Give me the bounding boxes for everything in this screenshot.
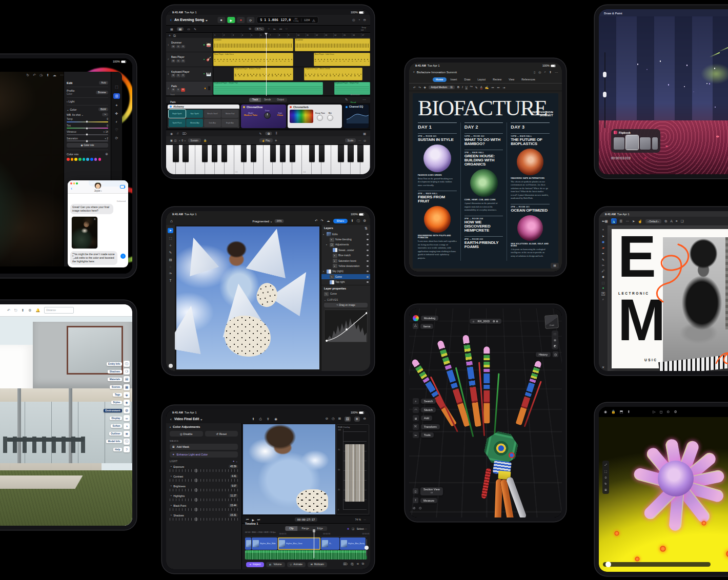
tool-icon[interactable]: ⌕ <box>413 398 419 404</box>
panel-icon[interactable]: ❍ <box>124 368 130 375</box>
cloud-icon[interactable]: ☁ <box>53 73 56 77</box>
tab-review[interactable]: Review <box>490 77 504 82</box>
layer-row[interactable]: ▾Edits <box>321 232 370 237</box>
history-icon[interactable]: ◷ <box>553 351 558 357</box>
volume-button[interactable]: 🔉Volume <box>266 562 285 567</box>
play-icon[interactable]: ▶ <box>252 518 254 522</box>
cycle-button[interactable]: ⟳ <box>247 17 254 23</box>
overwrite-icon[interactable]: ❏ <box>352 527 354 530</box>
track-r-button[interactable]: R <box>181 45 185 49</box>
layer-row[interactable]: ▾❏Adjustments <box>321 242 370 247</box>
grid-icon[interactable]: ⊞ <box>604 488 607 491</box>
render-target-icon[interactable]: ◉ <box>604 410 607 414</box>
wb-value[interactable]: As shot <box>72 113 81 116</box>
cursor-tool[interactable]: ➤ <box>632 219 635 223</box>
panel-label[interactable]: Tags <box>113 393 122 397</box>
region[interactable]: Bass Player - Indie Disco <box>314 53 370 66</box>
slider-exposure[interactable]: ◔Exposure45.59 <box>170 465 238 472</box>
piano-keyboard[interactable]: C2C3C4 <box>166 144 370 174</box>
track-m-button[interactable]: M <box>171 59 175 63</box>
color-mix-dot[interactable] <box>98 158 102 161</box>
history-icon[interactable]: ◷ <box>39 73 43 77</box>
minimize-icon[interactable]: ⊖ <box>363 417 366 422</box>
mode-clip[interactable]: Clip <box>285 526 297 531</box>
color-mix-dot[interactable] <box>71 158 74 161</box>
export-icon[interactable]: ⎋ <box>14 308 17 313</box>
layer-row[interactable]: ▾Sky (right) <box>321 269 370 274</box>
history-button[interactable]: History <box>536 352 551 357</box>
power-icon[interactable] <box>290 106 292 108</box>
tool-label[interactable]: Tools <box>421 432 434 438</box>
slider-value[interactable]: 15.44 <box>229 504 238 507</box>
snap-icon[interactable]: ⊘ <box>413 506 416 510</box>
flipbook-frame[interactable] <box>640 137 651 150</box>
remove-attachment-icon[interactable]: ✕ <box>93 218 96 221</box>
window-controls[interactable] <box>70 182 78 184</box>
color-swatch[interactable] <box>169 364 173 368</box>
document-pill[interactable]: ⌂ RH_0003 ⚙ ⊖ <box>470 319 501 324</box>
more-icon[interactable]: ⋯ <box>60 73 64 77</box>
tool-label[interactable]: Add <box>421 416 432 421</box>
chromaglow-plugin[interactable]: ChromaGlow ModelModern Tube Drive StyleC… <box>241 105 286 128</box>
move-tool[interactable]: ➤ <box>168 228 173 233</box>
text-tool[interactable]: 🄰 <box>601 292 605 296</box>
share-icon[interactable]: ⬆ <box>21 308 24 313</box>
loop-tool[interactable]: ○ <box>268 27 270 31</box>
panel-icon[interactable]: ◍ <box>124 407 130 413</box>
timeline-ruler[interactable]: 00:00:15 00:00:30 00:00:45 <box>245 532 367 537</box>
record-kb-icon[interactable]: ◉ <box>170 132 173 135</box>
type-tool[interactable]: T <box>170 279 172 282</box>
eraser-tool[interactable]: ◌ <box>170 265 172 268</box>
visibility-eye-icon[interactable] <box>367 255 369 256</box>
slider-highlights[interactable]: ◔Highlights11.27 <box>170 494 238 501</box>
animate-button[interactable]: ◇Animate <box>287 562 306 567</box>
pencil-tool[interactable]: ✎ <box>602 258 604 261</box>
prev-frame-icon[interactable]: ⏮ <box>246 518 249 522</box>
next-frame-icon[interactable]: ⏭ <box>257 518 260 522</box>
reset-button[interactable]: ↺ Reset <box>205 431 238 437</box>
alchemy-pad[interactable]: Minimal Arp <box>186 119 203 127</box>
align-icon[interactable]: ≡ <box>676 219 678 223</box>
facetime-icon[interactable] <box>120 185 125 189</box>
split-left-icon[interactable]: ⧈ <box>357 562 359 567</box>
highlight-icon[interactable]: ✎ <box>475 86 478 89</box>
disable-clip-icon[interactable]: ⊘ <box>326 417 328 422</box>
black-key[interactable] <box>338 145 343 162</box>
mobile-view-icon[interactable]: ▯ <box>534 70 535 74</box>
track-s-button[interactable]: S <box>176 45 180 49</box>
alchemy-plugin[interactable]: Alchemy Bright SynthEpic SynthMetallic S… <box>168 105 239 128</box>
inspect-button[interactable]: ≑Inspect <box>246 562 264 567</box>
add-track-icon[interactable]: + <box>169 34 171 37</box>
timeline-clip[interactable]: Skyline_Blue_Backgro <box>340 537 366 550</box>
black-key[interactable] <box>309 145 315 162</box>
panel-label[interactable]: Styles <box>111 401 122 404</box>
flip-icon[interactable]: 𝔸 <box>670 219 673 223</box>
slider-shadows[interactable]: ◔Shadows15.31 <box>170 513 238 521</box>
app-icon[interactable] <box>413 315 419 321</box>
black-key[interactable] <box>280 145 286 162</box>
panel-icon[interactable]: ⬙ <box>124 392 130 398</box>
search-icon[interactable]: ⌕ <box>544 70 546 74</box>
modeling-button[interactable]: Modeling <box>421 316 438 321</box>
midi-icon[interactable]: ♫ <box>176 132 179 135</box>
distance-input[interactable]: Distance <box>44 307 74 314</box>
indent-icon[interactable]: ⇥ <box>502 86 505 89</box>
visibility-eye-icon[interactable] <box>367 244 369 245</box>
cloud-icon[interactable]: ☁ <box>327 219 330 223</box>
region[interactable]: Keyboard Player - Broken Chords <box>234 68 293 80</box>
artboard[interactable]: E LECTRONIC M USIC <box>612 229 728 368</box>
tab-view[interactable]: View <box>505 77 517 82</box>
alchemy-pad[interactable]: Metallic Swell <box>204 110 221 118</box>
alchemy-pad[interactable]: Epic Synth <box>186 110 203 118</box>
alchemy-pad[interactable]: Bright Synth <box>169 110 186 118</box>
more-icon[interactable]: ⋯ <box>363 518 366 521</box>
track-s-button[interactable]: S <box>176 59 180 63</box>
slider-value[interactable]: 11.27 <box>229 494 238 498</box>
alchemy-pad[interactable]: Synth Pluck <box>169 119 186 127</box>
more-icon[interactable]: ⋯ <box>362 98 366 101</box>
document-page[interactable]: BIOFACTURE INNOVATION SUMMIT DAY 1 3PM —… <box>413 93 558 268</box>
play-mode-button[interactable]: ☝ Play <box>259 138 273 142</box>
pen-tool[interactable]: ✒ <box>602 252 604 255</box>
pencil-icon[interactable]: ✎ <box>259 132 261 135</box>
duplicate-track-icon[interactable]: ⧉ <box>173 34 176 37</box>
